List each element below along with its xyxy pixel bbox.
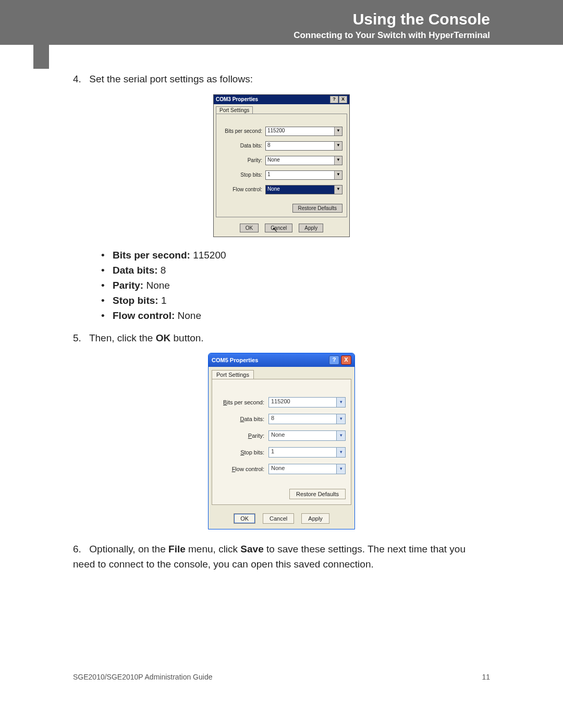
cancel-button[interactable]: Cancel (265, 224, 292, 232)
chevron-down-icon: ▼ (334, 142, 342, 150)
field-flow-control: Flow control: None ▼ (221, 185, 342, 194)
step-4: 4. Set the serial port settings as follo… (73, 72, 490, 87)
combo-value: 8 (269, 414, 336, 424)
combo-value: None (269, 464, 336, 474)
side-band (33, 45, 49, 69)
content-area: 4. Set the serial port settings as follo… (73, 72, 490, 579)
step-text-pre: Then, click the (89, 332, 156, 343)
help-button[interactable]: ? (330, 96, 338, 103)
combo-stop-bits[interactable]: 1 ▼ (265, 170, 342, 180)
cancel-button[interactable]: Cancel (263, 513, 294, 524)
combo-flow-control[interactable]: None ▼ (265, 185, 342, 194)
combo-bits-per-second[interactable]: 115200 ▼ (265, 127, 342, 136)
combo-bits-per-second[interactable]: 115200 ▾ (268, 397, 346, 408)
bullet-flow-control: •Flow control: None (101, 310, 490, 322)
ok-button[interactable]: OK (240, 224, 259, 232)
combo-value: 115200 (269, 398, 336, 407)
settings-bullets: •Bits per second: 115200 •Data bits: 8 •… (101, 250, 490, 322)
dialog-button-row: OK Cancel Apply (209, 508, 354, 529)
label-stop-bits: Stop bits: (217, 449, 268, 455)
help-button[interactable]: ? (329, 355, 339, 365)
step-text-save: Save (240, 544, 263, 554)
figure-com3-dialog: COM3 Properties ? X Port Settings Bits p… (73, 94, 490, 237)
tab-port-settings[interactable]: Port Settings (216, 106, 253, 114)
field-stop-bits: Stop bits: 1 ▼ (221, 170, 342, 180)
chevron-down-icon: ▼ (334, 156, 342, 165)
field-stop-bits: Stop bits: 1 ▾ (217, 447, 346, 458)
step-text: Set the serial port settings as follows: (89, 73, 253, 84)
label-data-bits: Data bits: (221, 143, 265, 149)
label-bits-per-second: Bits per second: (217, 399, 268, 405)
combo-value: 1 (266, 171, 334, 179)
dialog-title: COM5 Properties (212, 357, 258, 363)
step-text-post: button. (170, 332, 203, 343)
combo-data-bits[interactable]: 8 ▼ (265, 141, 342, 151)
chevron-down-icon: ▾ (336, 464, 345, 474)
close-button[interactable]: X (341, 355, 351, 365)
combo-parity[interactable]: None ▼ (265, 156, 342, 165)
field-data-bits: Data bits: 8 ▾ (217, 414, 346, 424)
combo-value: 115200 (266, 127, 334, 135)
restore-defaults-button[interactable]: Restore Defaults (289, 489, 346, 499)
com3-properties-dialog: COM3 Properties ? X Port Settings Bits p… (213, 94, 350, 237)
chevron-down-icon: ▾ (336, 431, 345, 440)
page-footer: SGE2010/SGE2010P Administration Guide 11 (73, 673, 490, 681)
apply-button[interactable]: Apply (301, 513, 329, 524)
dialog-title: COM3 Properties (216, 96, 258, 102)
chevron-down-icon: ▼ (334, 127, 342, 135)
label-parity: Parity: (221, 157, 265, 163)
combo-value: None (266, 186, 334, 194)
combo-value: 8 (266, 142, 334, 150)
field-parity: Parity: None ▾ (217, 430, 346, 441)
field-bits-per-second: Bits per second: 115200 ▼ (221, 127, 342, 136)
label-bits-per-second: Bits per second: (221, 128, 265, 134)
chevron-down-icon: ▼ (334, 171, 342, 179)
step-5: 5. Then, click the OK button. (73, 331, 490, 346)
tab-port-settings[interactable]: Port Settings (212, 370, 254, 379)
page-title: Using the Console (353, 10, 490, 28)
field-data-bits: Data bits: 8 ▼ (221, 141, 342, 151)
field-bits-per-second: Bits per second: 115200 ▾ (217, 397, 346, 408)
label-parity: Parity: (217, 433, 268, 439)
step-number: 5. (73, 331, 87, 346)
chevron-down-icon: ▼ (334, 186, 342, 194)
close-button[interactable]: X (339, 96, 347, 103)
restore-defaults-button[interactable]: Restore Defaults (292, 204, 342, 213)
step-text-mid: menu, click (186, 544, 241, 554)
combo-value: 1 (269, 448, 336, 457)
bullet-stop-bits: •Stop bits: 1 (101, 295, 490, 306)
label-flow-control: Flow control: (221, 187, 265, 192)
figure-com5-dialog: COM5 Properties ? X Port Settings Bits p… (73, 353, 490, 529)
chevron-down-icon: ▾ (336, 448, 345, 457)
footer-doc-name: SGE2010/SGE2010P Administration Guide (73, 673, 212, 681)
footer-page-number: 11 (482, 673, 490, 681)
settings-panel: Bits per second: 115200 ▼ Data bits: 8 ▼ (216, 114, 347, 217)
page-subtitle: Connecting to Your Switch with HyperTerm… (293, 30, 490, 41)
restore-row: Restore Defaults (217, 489, 346, 499)
combo-flow-control[interactable]: None ▾ (268, 464, 346, 474)
step-number: 4. (73, 72, 87, 87)
step-number: 6. (73, 542, 87, 557)
combo-data-bits[interactable]: 8 ▾ (268, 414, 346, 424)
dialog-button-row: OK Cancel Apply ↖ (214, 219, 349, 237)
tab-row: Port Settings (209, 367, 354, 379)
tab-row: Port Settings (214, 104, 349, 114)
step-6: 6. Optionally, on the File menu, click S… (73, 542, 490, 572)
field-flow-control: Flow control: None ▾ (217, 464, 346, 474)
combo-stop-bits[interactable]: 1 ▾ (268, 447, 346, 458)
step-text-pre: Optionally, on the (89, 544, 168, 554)
step-text-bold: OK (156, 332, 171, 343)
label-data-bits: Data bits: (217, 416, 268, 422)
step-text-file: File (168, 544, 186, 554)
dialog-titlebar: COM3 Properties ? X (214, 95, 349, 104)
combo-parity[interactable]: None ▾ (268, 430, 346, 441)
ok-button[interactable]: OK (234, 513, 255, 524)
bullet-data-bits: •Data bits: 8 (101, 265, 490, 276)
chevron-down-icon: ▾ (336, 398, 345, 407)
apply-button[interactable]: Apply (299, 224, 323, 232)
field-parity: Parity: None ▼ (221, 156, 342, 165)
combo-value: None (269, 431, 336, 440)
bullet-bits-per-second: •Bits per second: 115200 (101, 250, 490, 261)
dialog-titlebar: COM5 Properties ? X (209, 353, 354, 367)
bullet-parity: •Parity: None (101, 280, 490, 291)
